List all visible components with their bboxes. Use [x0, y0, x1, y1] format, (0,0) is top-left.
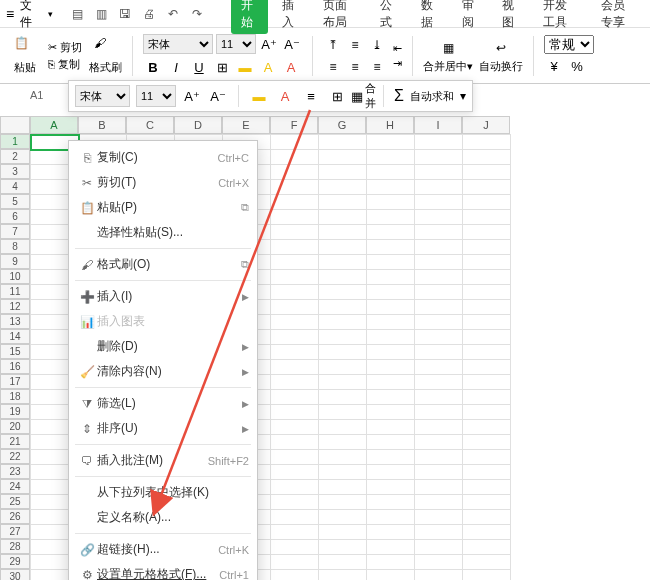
- cell-F8[interactable]: [271, 240, 319, 255]
- cell-F29[interactable]: [271, 555, 319, 570]
- cell-J6[interactable]: [463, 210, 511, 225]
- cell-J26[interactable]: [463, 510, 511, 525]
- cell-G8[interactable]: [319, 240, 367, 255]
- cell-J7[interactable]: [463, 225, 511, 240]
- ctx-筛选L[interactable]: ⧩筛选(L)▶: [69, 391, 257, 416]
- ctx-粘贴P[interactable]: 📋粘贴(P)⧉: [69, 195, 257, 220]
- cell-H6[interactable]: [367, 210, 415, 225]
- row-header-6[interactable]: 6: [0, 209, 30, 224]
- col-header-A[interactable]: A: [30, 116, 78, 134]
- cell-H14[interactable]: [367, 330, 415, 345]
- cell-I9[interactable]: [415, 255, 463, 270]
- row-header-27[interactable]: 27: [0, 524, 30, 539]
- cell-I19[interactable]: [415, 405, 463, 420]
- cell-H7[interactable]: [367, 225, 415, 240]
- ctx-从下拉列表中[interactable]: 从下拉列表中选择(K): [69, 480, 257, 505]
- copy-button[interactable]: ⎘复制: [48, 57, 82, 72]
- row-header-18[interactable]: 18: [0, 389, 30, 404]
- merge-center-button[interactable]: ▦ 合并居中▾: [423, 37, 473, 74]
- mini-merge[interactable]: ▦合并: [353, 86, 373, 106]
- new-icon[interactable]: ▤: [69, 6, 85, 22]
- cell-F9[interactable]: [271, 255, 319, 270]
- mini-fill-color[interactable]: ▬: [249, 86, 269, 106]
- ctx-复制C[interactable]: ⎘复制(C)Ctrl+C: [69, 145, 257, 170]
- cell-H30[interactable]: [367, 570, 415, 581]
- cell-H19[interactable]: [367, 405, 415, 420]
- cell-J29[interactable]: [463, 555, 511, 570]
- ctx-超链接H[interactable]: 🔗超链接(H)...Ctrl+K: [69, 537, 257, 562]
- wrap-text-button[interactable]: ↩ 自动换行: [479, 37, 523, 74]
- cell-G4[interactable]: [319, 180, 367, 195]
- cell-J28[interactable]: [463, 540, 511, 555]
- row-header-19[interactable]: 19: [0, 404, 30, 419]
- cell-J1[interactable]: [463, 135, 511, 150]
- ctx-剪切T[interactable]: ✂剪切(T)Ctrl+X: [69, 170, 257, 195]
- mini-border[interactable]: ⊞: [327, 86, 347, 106]
- cell-I28[interactable]: [415, 540, 463, 555]
- tab-公式[interactable]: 公式: [370, 0, 407, 34]
- cell-G16[interactable]: [319, 360, 367, 375]
- cell-I12[interactable]: [415, 300, 463, 315]
- cell-H16[interactable]: [367, 360, 415, 375]
- cell-G7[interactable]: [319, 225, 367, 240]
- number-format-select[interactable]: 常规: [544, 35, 594, 54]
- col-header-C[interactable]: C: [126, 116, 174, 134]
- file-menu[interactable]: 文件: [20, 0, 40, 31]
- mini-font-name[interactable]: 宋体: [75, 85, 130, 107]
- cell-F3[interactable]: [271, 165, 319, 180]
- cell-H8[interactable]: [367, 240, 415, 255]
- cell-J27[interactable]: [463, 525, 511, 540]
- cell-G10[interactable]: [319, 270, 367, 285]
- row-header-30[interactable]: 30: [0, 569, 30, 580]
- cell-J14[interactable]: [463, 330, 511, 345]
- cell-F18[interactable]: [271, 390, 319, 405]
- cell-J10[interactable]: [463, 270, 511, 285]
- cell-J3[interactable]: [463, 165, 511, 180]
- cell-H1[interactable]: [367, 135, 415, 150]
- cell-G17[interactable]: [319, 375, 367, 390]
- mini-shrink-font[interactable]: A⁻: [208, 86, 228, 106]
- cell-H23[interactable]: [367, 465, 415, 480]
- row-header-15[interactable]: 15: [0, 344, 30, 359]
- row-header-1[interactable]: 1: [0, 134, 30, 149]
- col-header-H[interactable]: H: [366, 116, 414, 134]
- col-header-B[interactable]: B: [78, 116, 126, 134]
- paste-button[interactable]: 📋 粘贴: [8, 36, 42, 75]
- align-middle-button[interactable]: ≡: [345, 35, 365, 55]
- cell-G15[interactable]: [319, 345, 367, 360]
- hamburger-icon[interactable]: ≡: [6, 6, 14, 22]
- cell-F6[interactable]: [271, 210, 319, 225]
- tab-会员专享[interactable]: 会员专享: [591, 0, 645, 34]
- cell-I17[interactable]: [415, 375, 463, 390]
- row-header-9[interactable]: 9: [0, 254, 30, 269]
- cell-G2[interactable]: [319, 150, 367, 165]
- mini-autosum[interactable]: Σ: [394, 87, 404, 105]
- cell-J13[interactable]: [463, 315, 511, 330]
- row-header-4[interactable]: 4: [0, 179, 30, 194]
- row-header-24[interactable]: 24: [0, 479, 30, 494]
- mini-grow-font[interactable]: A⁺: [182, 86, 202, 106]
- cell-J5[interactable]: [463, 195, 511, 210]
- cell-H17[interactable]: [367, 375, 415, 390]
- cell-I23[interactable]: [415, 465, 463, 480]
- cell-G26[interactable]: [319, 510, 367, 525]
- font-size-select[interactable]: 11: [216, 34, 256, 54]
- col-header-E[interactable]: E: [222, 116, 270, 134]
- percent-button[interactable]: %: [567, 56, 587, 76]
- cell-J20[interactable]: [463, 420, 511, 435]
- cell-G29[interactable]: [319, 555, 367, 570]
- cell-G25[interactable]: [319, 495, 367, 510]
- cell-I13[interactable]: [415, 315, 463, 330]
- cell-J17[interactable]: [463, 375, 511, 390]
- cell-F13[interactable]: [271, 315, 319, 330]
- cell-H13[interactable]: [367, 315, 415, 330]
- row-header-10[interactable]: 10: [0, 269, 30, 284]
- cell-I21[interactable]: [415, 435, 463, 450]
- cell-J23[interactable]: [463, 465, 511, 480]
- cell-I8[interactable]: [415, 240, 463, 255]
- col-header-J[interactable]: J: [462, 116, 510, 134]
- col-header-I[interactable]: I: [414, 116, 462, 134]
- cell-G20[interactable]: [319, 420, 367, 435]
- row-header-16[interactable]: 16: [0, 359, 30, 374]
- print-icon[interactable]: 🖨: [141, 6, 157, 22]
